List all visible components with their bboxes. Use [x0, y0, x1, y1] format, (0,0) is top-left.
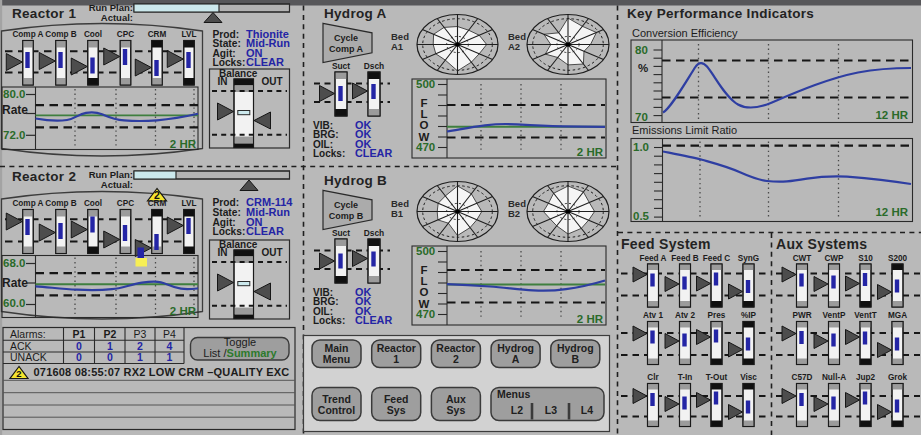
- svg-text:Reactor 2: Reactor 2: [12, 169, 76, 184]
- svg-text:LVL: LVL: [182, 199, 197, 208]
- svg-text:VentP: VentP: [823, 311, 846, 320]
- svg-text:Actual:: Actual:: [101, 179, 133, 190]
- svg-text:C57D: C57D: [792, 373, 813, 382]
- svg-text:Sys: Sys: [387, 404, 406, 416]
- svg-text:CLEAR: CLEAR: [246, 225, 284, 237]
- svg-text:Alarms:: Alarms:: [10, 328, 46, 340]
- svg-text:L3: L3: [545, 404, 557, 416]
- svg-text:68.0: 68.0: [3, 257, 25, 269]
- svg-text:Cycle: Cycle: [334, 33, 358, 43]
- svg-text:Feed B: Feed B: [671, 254, 698, 263]
- svg-text:Reactor 1: Reactor 1: [12, 6, 76, 21]
- svg-text:1.0: 1.0: [633, 141, 649, 153]
- svg-text:Hydrog A: Hydrog A: [324, 6, 387, 21]
- svg-text:CWT: CWT: [793, 254, 812, 263]
- svg-text:P1: P1: [73, 328, 86, 340]
- svg-text:B1: B1: [391, 208, 404, 219]
- svg-text:OUT: OUT: [262, 247, 283, 258]
- svg-text:CPC: CPC: [117, 199, 134, 208]
- svg-text:1: 1: [107, 340, 113, 352]
- svg-text:Feed System: Feed System: [621, 236, 711, 252]
- svg-text:S200: S200: [888, 254, 908, 263]
- svg-text:0.5: 0.5: [633, 210, 650, 222]
- svg-text:Comp B: Comp B: [45, 199, 76, 208]
- svg-text:CLEAR: CLEAR: [246, 56, 284, 68]
- svg-text:Feed C: Feed C: [703, 254, 730, 263]
- svg-text:T-Out: T-Out: [706, 373, 728, 382]
- svg-text:F: F: [420, 97, 427, 109]
- svg-text:Control: Control: [318, 404, 355, 416]
- svg-text:Menus: Menus: [497, 388, 530, 400]
- svg-text:Grok: Grok: [888, 373, 908, 382]
- svg-text:Clr: Clr: [647, 373, 659, 382]
- svg-text:CWP: CWP: [824, 254, 844, 263]
- svg-text:Key Performance Indicators: Key Performance Indicators: [627, 6, 814, 21]
- svg-text:T-In: T-In: [678, 373, 693, 382]
- svg-text:F: F: [420, 264, 427, 276]
- svg-text:CRM: CRM: [148, 30, 167, 39]
- svg-text:2: 2: [137, 340, 143, 352]
- svg-text:Locks:: Locks:: [213, 57, 246, 68]
- svg-text:Locks:: Locks:: [313, 315, 345, 326]
- svg-text:0: 0: [76, 351, 82, 363]
- svg-text:Suct: Suct: [332, 61, 350, 71]
- svg-text:A: A: [512, 353, 520, 365]
- svg-text:B2: B2: [508, 208, 520, 219]
- svg-text:Comp B: Comp B: [329, 211, 364, 221]
- svg-text:500: 500: [416, 245, 435, 257]
- svg-text:Suct: Suct: [332, 228, 350, 238]
- svg-text:UNACK: UNACK: [10, 351, 47, 363]
- svg-text:Locks:: Locks:: [213, 226, 246, 237]
- svg-text:Jup2: Jup2: [856, 373, 876, 382]
- svg-text:Dsch: Dsch: [364, 61, 384, 71]
- svg-text:P2: P2: [104, 328, 117, 340]
- svg-text:Menu: Menu: [323, 353, 350, 365]
- svg-text:O: O: [420, 286, 429, 298]
- svg-text:Null-A: Null-A: [822, 373, 846, 382]
- svg-text:12 HR: 12 HR: [875, 109, 908, 121]
- svg-text:Hydrog B: Hydrog B: [324, 173, 387, 188]
- svg-text:P4: P4: [163, 328, 176, 340]
- svg-text:L4: L4: [581, 404, 593, 416]
- svg-text:1: 1: [137, 351, 143, 363]
- svg-text:2: 2: [16, 368, 21, 379]
- svg-text:Comp B: Comp B: [45, 30, 76, 39]
- svg-text:2 HR: 2 HR: [170, 305, 197, 317]
- svg-text:IN: IN: [218, 76, 228, 87]
- svg-text:Comp A: Comp A: [12, 30, 43, 39]
- svg-text:A1: A1: [391, 41, 404, 52]
- svg-text:CPC: CPC: [117, 30, 134, 39]
- svg-text:W: W: [419, 131, 430, 143]
- svg-text:ACK: ACK: [10, 340, 32, 352]
- svg-text:500: 500: [416, 78, 435, 90]
- svg-text:PWR: PWR: [792, 311, 811, 320]
- svg-text:CLEAR: CLEAR: [355, 147, 392, 159]
- svg-text:A2: A2: [508, 41, 520, 52]
- svg-text:MGA: MGA: [888, 311, 907, 320]
- svg-text:P3: P3: [134, 328, 147, 340]
- svg-text:Comp A: Comp A: [12, 199, 43, 208]
- svg-text:VentT: VentT: [854, 311, 876, 320]
- svg-text:0: 0: [76, 340, 82, 352]
- svg-text:L2: L2: [511, 404, 523, 416]
- svg-text:CLEAR: CLEAR: [355, 314, 392, 326]
- svg-text:60.0: 60.0: [3, 297, 25, 309]
- svg-text:Sys: Sys: [447, 404, 466, 416]
- svg-text:Locks:: Locks:: [313, 148, 345, 159]
- svg-text:Comp A: Comp A: [329, 44, 364, 54]
- svg-text:470: 470: [416, 308, 435, 320]
- svg-text:CRM: CRM: [148, 199, 167, 208]
- svg-text:2: 2: [453, 353, 459, 365]
- svg-text:1: 1: [393, 353, 399, 365]
- svg-text:S10: S10: [858, 254, 873, 263]
- svg-text:B: B: [572, 353, 580, 365]
- svg-text:OUT: OUT: [262, 76, 283, 87]
- svg-text:L: L: [420, 108, 427, 120]
- svg-text:LVL: LVL: [182, 30, 197, 39]
- svg-text:IN: IN: [218, 247, 228, 258]
- svg-text:470: 470: [416, 141, 435, 153]
- svg-text:SynG: SynG: [738, 254, 759, 263]
- svg-text:Actual:: Actual:: [101, 12, 133, 23]
- svg-text:80: 80: [635, 44, 648, 56]
- svg-text:List /Summary: List /Summary: [203, 347, 277, 359]
